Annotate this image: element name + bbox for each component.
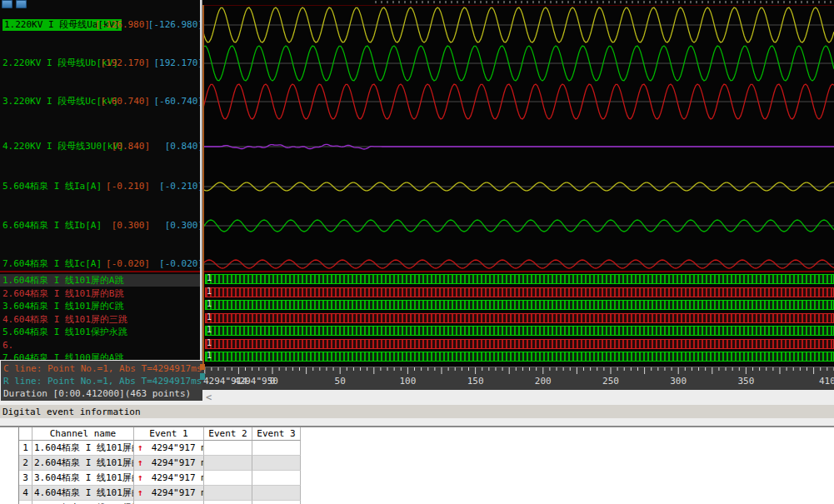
event-table-row[interactable]: 22.604栢泉 I 线101屏的B跳↑4294"917 ms — [19, 456, 301, 471]
event-time: 4294"917 ms — [152, 501, 204, 504]
event-2-cell — [204, 471, 252, 486]
r-cursor-value: [0.840] — [165, 141, 200, 152]
event-1-cell: ↑4294"917 ms — [134, 501, 204, 504]
event-2-cell — [204, 486, 252, 501]
digital-state-value: 1 — [207, 287, 212, 297]
channel-list-panel: 1.220KV I 段母线Ua[kV][-126.980][-126.980]2… — [0, 0, 200, 401]
event-1-cell: ↑4294"917 ms — [134, 471, 204, 486]
analog-channel-row[interactable]: 5.604栢泉 I 线Ia[A][-0.210][-0.210] — [0, 181, 200, 192]
cursor-status-panel: C line: Point No.=1, Abs T=4294917ms, Re… — [0, 360, 202, 401]
event-section-title: Digital event information — [2, 407, 141, 417]
event-3-cell — [252, 441, 301, 456]
event-2-cell — [204, 456, 252, 471]
event-table-header-cell: Event 3 — [252, 427, 301, 441]
event-1-cell: ↑4294"917 ms — [134, 441, 204, 456]
time-axis[interactable]: 4294"9144294"950050100150200250300350410 — [202, 367, 834, 390]
event-table-row[interactable]: 44.604栢泉 I 线101屏的三跳↑4294"917 ms — [19, 486, 301, 501]
event-table-header-cell: Channel name — [32, 427, 134, 441]
digital-state-value: 1 — [207, 351, 212, 361]
fault-recorder-waveform-app: < Digital event information Channel name… — [0, 0, 834, 504]
scroll-left-icon[interactable]: < — [206, 392, 212, 403]
digital-channel-bar: 1 — [205, 326, 834, 336]
analog-channel-row[interactable]: 6.604栢泉 I 线Ib[A][0.300][0.300] — [0, 220, 200, 232]
analog-channel-label[interactable]: 7.604栢泉 I 线Ic[A] — [2, 258, 102, 270]
digital-state-value: 1 — [207, 338, 212, 348]
digital-channel-bar: 1 — [205, 274, 834, 284]
digital-channel-row[interactable]: 2.604栢泉 I 线101屏的B跳 — [0, 287, 200, 300]
event-row-index: 2 — [19, 456, 32, 471]
digital-channel-row[interactable]: 1.604栢泉 I 线101屏的A跳 — [0, 274, 200, 287]
event-time: 4294"917 ms — [152, 456, 204, 471]
axis-time-label: 300 — [670, 376, 687, 387]
event-2-cell — [204, 501, 252, 504]
event-time: 4294"917 ms — [152, 441, 204, 456]
analog-channel-label[interactable]: 5.604栢泉 I 线Ia[A] — [2, 181, 102, 192]
axis-ticks — [202, 367, 834, 376]
rising-edge-icon: ↑ — [137, 486, 143, 501]
bottom-section: < Digital event information Channel name… — [0, 390, 834, 504]
event-channel-name: 3.604栢泉 I 线101屏的C跳 — [32, 471, 134, 486]
c-cursor-value: [-0.210] — [106, 181, 150, 192]
event-row-index: 5 — [19, 501, 32, 504]
digital-channel-row[interactable]: 5.604栢泉 I 线101保护永跳 — [0, 326, 200, 338]
digital-state-value: 1 — [207, 299, 212, 309]
event-table-row[interactable]: 11.604栢泉 I 线101屏的A跳↑4294"917 ms — [19, 441, 301, 456]
analog-channel-row[interactable]: 1.220KV I 段母线Ua[kV][-126.980][-126.980] — [0, 19, 200, 31]
event-table-row[interactable]: 55.604栢泉 I 线101保护永跳↑4294"917 ms — [19, 501, 301, 504]
event-3-cell — [252, 501, 301, 504]
r-cursor-value: [-0.020] — [159, 258, 200, 270]
event-3-cell — [252, 486, 301, 501]
digital-channel-bar: 1 — [205, 352, 834, 362]
r-cursor-value: [-0.210] — [159, 181, 200, 192]
r-line-status: R line: Point No.=1, Abs T=4294917ms, Re… — [3, 376, 202, 387]
c-cursor-value: [-126.980] — [95, 19, 150, 31]
analog-channel-label[interactable]: 4.220KV I 段母线3U0[kV] — [2, 141, 124, 152]
window-icon-2[interactable] — [16, 0, 27, 8]
event-channel-name: 5.604栢泉 I 线101保护永跳 — [32, 501, 134, 504]
digital-channel-bar: 1 — [205, 300, 834, 310]
event-3-cell — [252, 456, 301, 471]
c-cursor-value: [0.840] — [112, 141, 150, 152]
event-table-panel: Channel nameEvent 1Event 2Event 311.604栢… — [0, 427, 834, 504]
clipped-text-strip — [375, 1, 834, 3]
event-time: 4294"917 ms — [152, 486, 204, 501]
digital-channel-row[interactable]: 4.604栢泉 I 线101屏的三跳 — [0, 313, 200, 326]
r-cursor-value: [-126.980] — [148, 19, 200, 31]
analog-channel-row[interactable]: 3.220KV I 段母线Uc[kV][-60.740][-60.740] — [0, 96, 200, 107]
event-table-header-cell: Event 1 — [134, 427, 204, 441]
window-icon-1[interactable] — [2, 0, 12, 8]
event-table-row[interactable]: 33.604栢泉 I 线101屏的C跳↑4294"917 ms — [19, 471, 301, 486]
analog-channel-row[interactable]: 2.220KV I 段母线Ub[kV][192.170][192.170] — [0, 57, 200, 69]
c-cursor-value: [192.170] — [100, 57, 150, 69]
analog-digital-separator — [0, 271, 834, 272]
r-cursor-value: [-60.740] — [153, 96, 200, 107]
event-table-header-cell — [19, 427, 32, 441]
digital-channel-row[interactable]: 3.604栢泉 I 线101屏的C跳 — [0, 300, 200, 312]
digital-state-value: 1 — [207, 273, 212, 283]
event-1-cell: ↑4294"917 ms — [134, 486, 204, 501]
c-cursor-value: [0.300] — [112, 220, 150, 232]
digital-channel-bar: 1 — [205, 313, 834, 323]
axis-time-label: 350 — [737, 376, 754, 387]
analog-channel-row[interactable]: 7.604栢泉 I 线Ic[A][-0.020][-0.020] — [0, 258, 200, 270]
r-cursor-value: [0.300] — [165, 220, 200, 232]
axis-time-label: 50 — [335, 376, 346, 387]
c-cursor-line[interactable] — [202, 5, 204, 367]
c-cursor-grip[interactable] — [200, 364, 205, 370]
analog-channel-row[interactable]: 4.220KV I 段母线3U0[kV][0.840][0.840] — [0, 141, 200, 152]
r-cursor-value: [192.170] — [153, 57, 200, 69]
digital-channel-bar: 1 — [205, 339, 834, 349]
digital-channel-row[interactable]: 6. — [0, 339, 200, 352]
event-channel-name: 2.604栢泉 I 线101屏的B跳 — [32, 456, 134, 471]
r-cursor-grip[interactable] — [200, 373, 205, 380]
event-channel-name: 1.604栢泉 I 线101屏的A跳 — [32, 441, 134, 456]
rising-edge-icon: ↑ — [137, 456, 143, 471]
c-cursor-value: [-0.020] — [106, 258, 150, 270]
event-3-cell — [252, 471, 301, 486]
analog-channel-label[interactable]: 6.604栢泉 I 线Ib[A] — [2, 220, 102, 232]
event-channel-name: 4.604栢泉 I 线101屏的三跳 — [32, 486, 134, 501]
event-2-cell — [204, 441, 252, 456]
event-table-header-row: Channel nameEvent 1Event 2Event 3 — [19, 427, 301, 441]
axis-time-label: 100 — [399, 376, 416, 387]
rising-edge-icon: ↑ — [137, 501, 143, 504]
